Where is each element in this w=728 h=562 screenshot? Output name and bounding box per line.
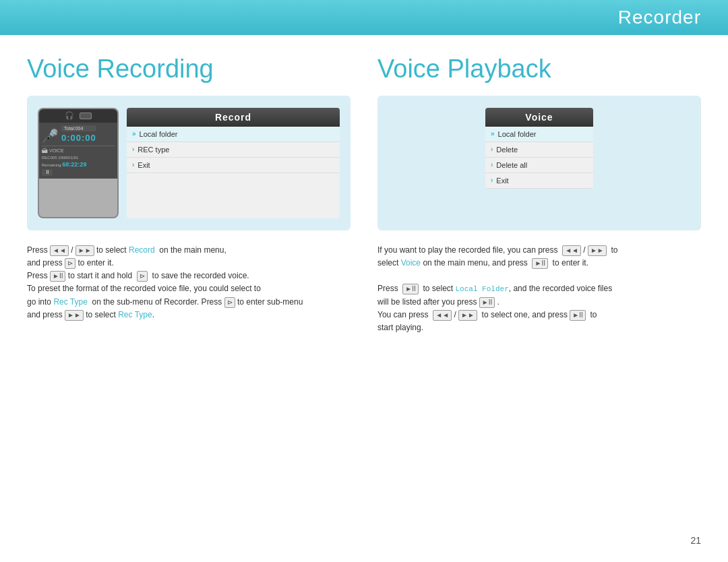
- menu-item-local-folder[interactable]: » Local folder: [127, 127, 340, 142]
- rec-info: REC005 2008/01/01: [42, 156, 115, 160]
- playback-menu-item-local-folder[interactable]: » Local folder: [485, 127, 593, 142]
- mic-icon: 🎤: [42, 128, 59, 144]
- chevron-icon: ›: [491, 161, 493, 168]
- voice-playback-section: Voice Playback Voice » Local folder › De…: [364, 55, 701, 335]
- recording-description: Press ◄◄ / ►► to select Record on the ma…: [27, 244, 351, 321]
- battery-icon: [80, 113, 92, 119]
- phone-device: 🎧 🎤 Total:004 0:00:00 🏔 VOICE: [38, 108, 119, 218]
- menu-item-rec-type[interactable]: › REC type: [127, 142, 340, 158]
- voice-menu-header: Voice: [485, 108, 593, 127]
- main-content: Voice Recording 🎧 🎤 Total:004 0:00:00: [0, 35, 728, 348]
- chevron-icon: ›: [132, 161, 134, 168]
- playback-description: If you want to play the recorded file, y…: [377, 244, 701, 335]
- chevron-icon: ›: [132, 146, 134, 153]
- record-menu: Record » Local folder › REC type › Exit: [127, 108, 340, 218]
- phone-top-bar: 🎧: [39, 109, 117, 123]
- header-bar: Recorder: [0, 0, 728, 35]
- chevron-icon: »: [491, 130, 495, 137]
- pause-button[interactable]: ⏸: [42, 169, 53, 176]
- chevron-icon: »: [132, 130, 136, 137]
- voice-menu: Voice » Local folder › Delete › Delete a…: [485, 108, 593, 189]
- voice-playback-title: Voice Playback: [377, 55, 701, 84]
- chevron-icon: ›: [491, 146, 493, 153]
- menu-item-exit[interactable]: › Exit: [127, 158, 340, 173]
- headphone-icon: 🎧: [65, 111, 74, 120]
- voice-label: 🏔 VOICE: [42, 146, 115, 154]
- chevron-icon: ›: [491, 177, 493, 184]
- voice-recording-title: Voice Recording: [27, 55, 351, 84]
- playback-menu-item-delete[interactable]: › Delete: [485, 142, 593, 158]
- total-label: Total:004: [61, 125, 96, 131]
- record-menu-header: Record: [127, 108, 340, 127]
- page-title: Recorder: [618, 7, 701, 28]
- page-number: 21: [690, 535, 701, 546]
- time-display: 0:00:00: [61, 133, 96, 143]
- remaining-time: 68:22:29: [62, 161, 86, 168]
- phone-screen: 🎤 Total:004 0:00:00 🏔 VOICE REC005 2008/…: [39, 123, 117, 179]
- playback-menu-item-exit[interactable]: › Exit: [485, 173, 593, 189]
- playback-menu-item-delete-all[interactable]: › Delete all: [485, 158, 593, 173]
- voice-recording-section: Voice Recording 🎧 🎤 Total:004 0:00:00: [27, 55, 364, 335]
- remaining-info: Remaining 68:22:29: [42, 161, 115, 168]
- playback-device-area: Voice » Local folder › Delete › Delete a…: [377, 96, 701, 230]
- recording-device-area: 🎧 🎤 Total:004 0:00:00 🏔 VOICE: [27, 96, 351, 230]
